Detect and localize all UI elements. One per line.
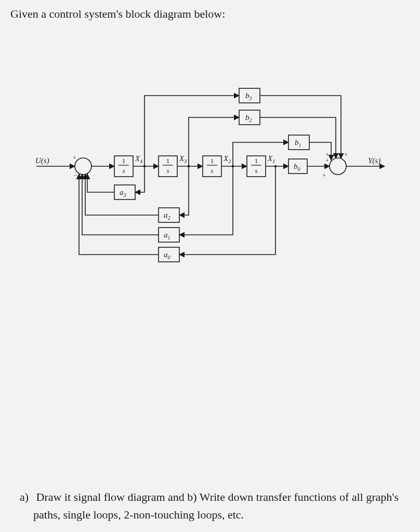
sign-plus: + [73, 154, 76, 162]
gain-block-a2: a2 [159, 208, 179, 222]
prompt-text: Given a control system's block diagram b… [10, 7, 225, 21]
svg-text:s: s [255, 167, 257, 175]
input-label: U(s) [35, 156, 49, 165]
integrator-block-3: 1 s [159, 156, 177, 177]
gain-block-a0: a0 [159, 247, 179, 262]
svg-text:1: 1 [166, 157, 170, 165]
integrator-block-2: 1 s [203, 156, 221, 177]
question-text: a) Draw it signal flow diagram and b) Wr… [33, 488, 401, 524]
gain-block-b0: b0 [288, 159, 307, 174]
svg-text:1: 1 [211, 157, 214, 165]
sign-minus: − [74, 171, 77, 179]
svg-point-43 [274, 165, 277, 168]
gain-block-b3: b3 [239, 88, 260, 103]
gain-block-a3: a3 [114, 185, 135, 200]
question-letter: a) [20, 488, 33, 506]
gain-block-b2: b2 [239, 110, 260, 125]
svg-text:s: s [166, 167, 169, 175]
svg-text:s: s [122, 167, 125, 175]
state-label-x3: X3 [179, 154, 187, 164]
sign-plus-b1: + [325, 151, 329, 158]
question-body: Draw it signal flow diagram and b) Write… [33, 490, 399, 521]
integrator-block-4: 1 s [114, 156, 133, 177]
svg-text:s: s [211, 167, 213, 175]
sign-plus-b23: + [344, 151, 348, 158]
integrator-block-1: 1 s [247, 156, 266, 177]
svg-text:1: 1 [255, 157, 258, 165]
output-label: Y(s) [368, 156, 380, 165]
gain-block-a1: a1 [159, 228, 179, 242]
summing-junction-input [75, 158, 91, 175]
block-diagram: + − 1 s 1 s 1 s 1 [31, 78, 395, 265]
svg-text:1: 1 [122, 157, 126, 165]
sign-plus-extra: + [322, 172, 326, 179]
state-label-x1: X1 [267, 154, 275, 164]
svg-point-42 [232, 165, 234, 168]
state-label-x2: X2 [223, 154, 231, 164]
summing-junction-output [330, 158, 346, 175]
svg-point-41 [188, 165, 190, 168]
gain-block-b1: b1 [288, 135, 309, 150]
state-label-x4: X4 [135, 154, 142, 164]
svg-point-40 [143, 165, 146, 168]
